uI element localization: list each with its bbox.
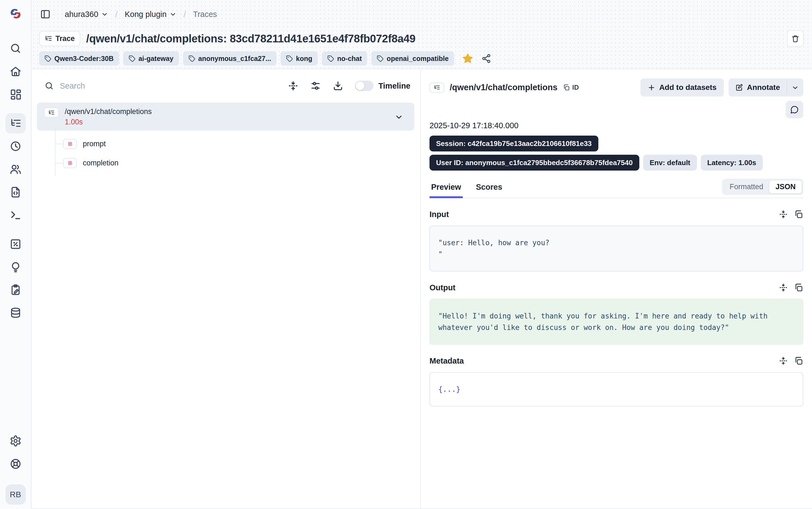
sidebar-item-prompts[interactable] [5, 182, 26, 202]
sidebar-item-datasets[interactable] [5, 303, 26, 323]
copy-icon[interactable] [794, 356, 803, 366]
tag-chip[interactable]: ai-gateway [123, 52, 179, 66]
app-logo-icon [9, 7, 22, 20]
toggle-knob [356, 81, 365, 90]
breadcrumb-page-label: Traces [193, 10, 217, 19]
sidebar-item-insights[interactable] [5, 257, 26, 277]
comments-button[interactable] [786, 101, 803, 118]
search-icon [44, 81, 54, 91]
sidebar-item-home[interactable] [5, 61, 26, 81]
sidebar-item-evaluators[interactable] [5, 234, 26, 254]
sidebar-item-dashboards[interactable] [5, 84, 26, 104]
home-icon [9, 65, 22, 77]
event-node-badge [63, 139, 77, 149]
chevron-down-icon [170, 11, 177, 18]
delete-trace-button[interactable] [787, 30, 804, 47]
lightbulb-icon [9, 261, 22, 273]
session-badge[interactable]: Session: c42fca19b75e13aac2b2106610f81e3… [430, 136, 598, 151]
chevron-down-icon [791, 84, 799, 91]
chevron-down-icon[interactable] [395, 113, 403, 122]
output-content: "Hello! I'm doing well, thank you for as… [430, 299, 803, 345]
sidebar-item-traces[interactable] [5, 113, 26, 133]
file-code-icon [9, 186, 22, 198]
tree-item-completion[interactable]: completion [63, 154, 414, 172]
tag-label: openai_compatible [386, 55, 448, 63]
sidebar-item-support[interactable] [5, 454, 26, 474]
clipboard-pen-icon [9, 284, 22, 296]
breadcrumb-section-dropdown[interactable]: Kong plugin [124, 10, 176, 19]
event-pinwheel-icon [66, 159, 74, 167]
search-icon [9, 42, 22, 55]
tree-connector-line [55, 129, 56, 176]
tree-toolbar: Timeline [37, 77, 414, 95]
share-button[interactable] [481, 54, 491, 63]
tag-chip[interactable]: openai_compatible [371, 52, 454, 66]
format-option-formatted[interactable]: Formatted [724, 180, 769, 193]
metadata-section: Metadata {...} [430, 356, 803, 406]
copy-icon[interactable] [794, 210, 803, 219]
input-section-label: Input [430, 210, 773, 219]
sidebar-item-playground[interactable] [5, 205, 26, 225]
sidebar-toggle-button[interactable] [39, 8, 52, 21]
breadcrumb-separator: / [184, 9, 186, 20]
download-icon[interactable] [333, 80, 343, 91]
tag-chip[interactable]: kong [281, 52, 318, 66]
fold-vertical-icon[interactable] [779, 283, 788, 292]
trace-detail-panel: /qwen/v1/chat/completions ID Add to data… [421, 69, 812, 508]
tree-item-label: prompt [83, 140, 106, 148]
add-to-datasets-button[interactable]: Add to datasets [640, 78, 724, 97]
list-tree-icon [48, 109, 54, 116]
user-id-badge[interactable]: User ID: anonymous_c1fca2795bbedc5f36678… [430, 155, 639, 171]
tree-root-row[interactable]: /qwen/v1/chat/completions 1.00s [37, 103, 414, 131]
collapse-all-icon[interactable] [288, 80, 299, 91]
trace-type-label: Trace [56, 34, 75, 43]
user-avatar[interactable]: RB [5, 484, 26, 505]
detail-title: /qwen/v1/chat/completions [450, 82, 557, 92]
breadcrumb-page-traces[interactable]: Traces [193, 10, 217, 19]
topbar: ahura360 / Kong plugin / Traces [39, 0, 804, 28]
sidebar-item-settings[interactable] [5, 431, 26, 451]
latency-badge: Latency: 1.00s [701, 155, 763, 171]
copy-icon[interactable] [794, 283, 803, 292]
detail-header: /qwen/v1/chat/completions ID Add to data… [430, 78, 803, 97]
database-icon [9, 307, 22, 319]
content-split: Timeline /qwen/v1/chat/completions 1.00s [31, 69, 812, 509]
tag-label: Qwen3-Coder:30B [54, 55, 114, 63]
copy-id-button[interactable]: ID [563, 83, 579, 91]
sidebar-item-sessions[interactable] [5, 136, 26, 156]
tag-label: kong [296, 55, 312, 63]
tag-chip[interactable]: Qwen3-Coder:30B [39, 52, 119, 66]
metadata-content[interactable]: {...} [430, 372, 803, 406]
tag-chip[interactable]: anonymous_c1fca27... [183, 52, 277, 66]
annotate-button[interactable]: Annotate [729, 78, 786, 97]
favorite-star-button[interactable] [462, 53, 474, 64]
detail-actions: Add to datasets Annotate [640, 78, 803, 97]
tag-chip[interactable]: no-chat [322, 52, 367, 66]
tab-scores[interactable]: Scores [474, 180, 504, 198]
list-tree-icon [434, 84, 440, 91]
fold-vertical-icon[interactable] [779, 356, 788, 366]
sidebar-item-annotations[interactable] [5, 280, 26, 300]
tag-icon [327, 55, 334, 62]
trace-title-row: Trace /qwen/v1/chat/completions: 83cd782… [39, 30, 804, 47]
trace-tree: /qwen/v1/chat/completions 1.00s [37, 103, 414, 172]
tab-preview[interactable]: Preview [430, 180, 463, 198]
input-section: Input "user: Hello, how are you? " [430, 210, 803, 271]
format-toggle: Formatted JSON [722, 179, 803, 195]
format-option-json[interactable]: JSON [769, 180, 802, 194]
trace-tree-panel: Timeline /qwen/v1/chat/completions 1.00s [31, 69, 421, 508]
fold-vertical-icon[interactable] [779, 210, 788, 219]
output-section: Output "Hello! I'm doing well, thank you… [430, 283, 803, 345]
tag-icon [129, 55, 136, 62]
tree-root-duration: 1.00s [65, 118, 395, 126]
timeline-toggle[interactable] [355, 81, 373, 91]
sidebar-item-search[interactable] [5, 38, 26, 59]
tag-icon [44, 55, 51, 62]
sidebar-item-users[interactable] [5, 159, 26, 179]
filter-settings-icon[interactable] [310, 80, 321, 91]
annotate-dropdown-button[interactable] [787, 78, 803, 97]
trash-icon [791, 34, 800, 43]
search-input[interactable] [60, 81, 276, 91]
breadcrumb-project-dropdown[interactable]: ahura360 [65, 10, 108, 19]
tree-item-prompt[interactable]: prompt [63, 135, 414, 152]
